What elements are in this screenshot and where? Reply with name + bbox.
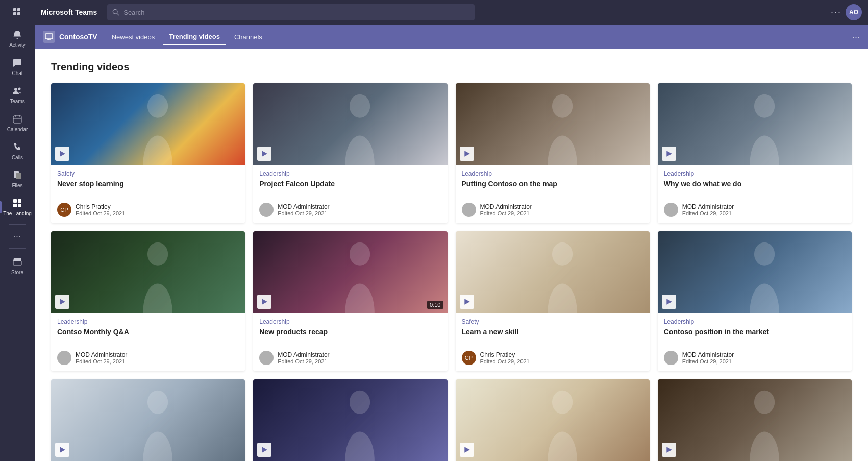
- play-button[interactable]: [662, 147, 676, 161]
- content-area: Trending videos Safety Never stop learni…: [35, 49, 868, 461]
- play-button[interactable]: [662, 443, 676, 457]
- video-card[interactable]: Leadership Monthly Q&A MOD Administrator…: [253, 379, 447, 461]
- video-author: CP Chris Pratley Edited Oct 29, 2021: [57, 203, 239, 217]
- video-title: Contso Monthly Q&A: [57, 327, 239, 346]
- user-avatar[interactable]: AO: [846, 4, 862, 20]
- svg-marker-23: [60, 151, 65, 157]
- video-thumbnail: [658, 379, 852, 461]
- calendar-icon: [11, 113, 23, 125]
- svg-marker-27: [464, 151, 470, 157]
- brand-icon: [43, 31, 55, 43]
- svg-point-32: [350, 242, 370, 266]
- video-card[interactable]: Leadership Contoso position in the marke…: [658, 231, 852, 371]
- play-button[interactable]: [460, 443, 474, 457]
- navbar-more[interactable]: ···: [852, 32, 860, 42]
- play-button[interactable]: [55, 443, 69, 457]
- video-info: Safety Learn a new skill CP Chris Pratle…: [456, 313, 650, 371]
- person-silhouette: [109, 91, 206, 165]
- video-category: Leadership: [259, 318, 441, 325]
- svg-point-24: [350, 94, 370, 118]
- teams-icon: [11, 85, 23, 97]
- author-date: Edited Oct 29, 2021: [480, 210, 532, 216]
- author-info: MOD Administrator Edited Oct 29, 2021: [278, 203, 329, 216]
- author-date: Edited Oct 29, 2021: [682, 210, 734, 216]
- main-content: Microsoft Teams ··· AO ContosoTV N: [35, 0, 868, 461]
- author-name: MOD Administrator: [682, 351, 734, 358]
- person-silhouette: [514, 239, 611, 313]
- search-input[interactable]: [123, 9, 469, 16]
- svg-rect-12: [13, 199, 17, 203]
- video-thumbnail: [253, 83, 447, 165]
- svg-marker-45: [666, 447, 672, 453]
- play-button[interactable]: [460, 295, 474, 309]
- video-card[interactable]: Leadership Drone delivery MOD Administra…: [51, 379, 245, 461]
- video-card[interactable]: Leadership Contso Monthly Q&A MOD Admini…: [51, 231, 245, 371]
- store-icon: [11, 256, 23, 268]
- video-card[interactable]: Safety Never stop learning CP Chris Prat…: [51, 83, 245, 223]
- play-button[interactable]: [257, 147, 271, 161]
- sidebar-item-calls[interactable]: Calls: [0, 137, 35, 165]
- author-date: Edited Oct 29, 2021: [76, 358, 127, 365]
- video-info: Safety Never stop learning CP Chris Prat…: [51, 165, 245, 223]
- video-card[interactable]: Leadership Why we do what we do MOD Admi…: [658, 83, 852, 223]
- video-card[interactable]: Leadership Project Falcon Update MOD Adm…: [253, 83, 447, 223]
- person-silhouette: [311, 239, 408, 313]
- author-info: MOD Administrator Edited Oct 29, 2021: [682, 203, 734, 216]
- author-name: Chris Pratley: [76, 203, 125, 210]
- brand-label: ContosoTV: [59, 33, 97, 41]
- topbar-more-button[interactable]: ···: [831, 7, 841, 18]
- author-date: Edited Oct 29, 2021: [278, 210, 329, 216]
- person-silhouette: [716, 91, 813, 165]
- author-name: MOD Administrator: [278, 351, 329, 358]
- files-icon: [11, 169, 23, 181]
- sidebar-item-files[interactable]: Files: [0, 165, 35, 193]
- landing-label: The Landing: [3, 211, 32, 217]
- author-info: MOD Administrator Edited Oct 29, 2021: [278, 351, 329, 365]
- play-button[interactable]: [662, 295, 676, 309]
- topbar-right: ··· AO: [831, 4, 862, 20]
- play-button[interactable]: [460, 147, 474, 161]
- nav-trending[interactable]: Trending videos: [163, 29, 226, 45]
- video-title: Why we do what we do: [664, 179, 846, 198]
- search-bar[interactable]: [107, 4, 475, 20]
- sidebar-item-chat[interactable]: Chat: [0, 53, 35, 81]
- play-button[interactable]: [55, 295, 69, 309]
- navbar: ContosoTV Newest videos Trending videos …: [35, 25, 868, 49]
- nav-brand[interactable]: ContosoTV: [43, 31, 97, 43]
- sidebar-divider-2: [9, 248, 26, 249]
- calendar-label: Calendar: [7, 127, 28, 133]
- video-thumbnail: [51, 231, 245, 313]
- svg-point-5: [18, 88, 21, 90]
- author-date: Edited Oct 29, 2021: [76, 210, 125, 216]
- video-card[interactable]: 0:10 Leadership New products recap MOD A…: [253, 231, 447, 371]
- sidebar-item-teams[interactable]: Teams: [0, 81, 35, 109]
- app-launcher-button[interactable]: [0, 0, 35, 25]
- sidebar-item-store[interactable]: Store: [0, 252, 35, 280]
- video-card[interactable]: Leadership Global expansion update MOD A…: [658, 379, 852, 461]
- author-name: MOD Administrator: [76, 351, 127, 358]
- topbar: Microsoft Teams ··· AO: [35, 0, 868, 25]
- video-title: Project Falcon Update: [259, 179, 441, 198]
- svg-point-4: [14, 88, 17, 91]
- nav-newest[interactable]: Newest videos: [106, 29, 161, 45]
- play-button[interactable]: [257, 443, 271, 457]
- sidebar-item-activity[interactable]: Activity: [0, 25, 35, 53]
- video-card[interactable]: Safety Learn a new skill CP Chris Pratle…: [456, 231, 650, 371]
- sidebar-more-button[interactable]: ···: [0, 228, 35, 245]
- video-thumbnail: [456, 83, 650, 165]
- video-info: Leadership Putting Contoso on the map MO…: [456, 165, 650, 223]
- video-category: Safety: [57, 170, 239, 177]
- video-card[interactable]: Leadership Putting Contoso on the map MO…: [456, 83, 650, 223]
- author-info: MOD Administrator Edited Oct 29, 2021: [76, 351, 127, 365]
- video-info: Leadership New products recap MOD Admini…: [253, 313, 447, 371]
- video-author: MOD Administrator Edited Oct 29, 2021: [664, 351, 846, 365]
- svg-marker-33: [262, 299, 268, 305]
- video-info: Leadership Contoso position in the marke…: [658, 313, 852, 371]
- play-button[interactable]: [55, 147, 69, 161]
- sidebar-item-calendar[interactable]: Calendar: [0, 109, 35, 137]
- video-card[interactable]: Leadership Telemetry best practices MOD …: [456, 379, 650, 461]
- sidebar-item-landing[interactable]: The Landing: [0, 193, 35, 221]
- nav-channels[interactable]: Channels: [228, 29, 268, 45]
- video-thumbnail: [51, 83, 245, 165]
- play-button[interactable]: [257, 295, 271, 309]
